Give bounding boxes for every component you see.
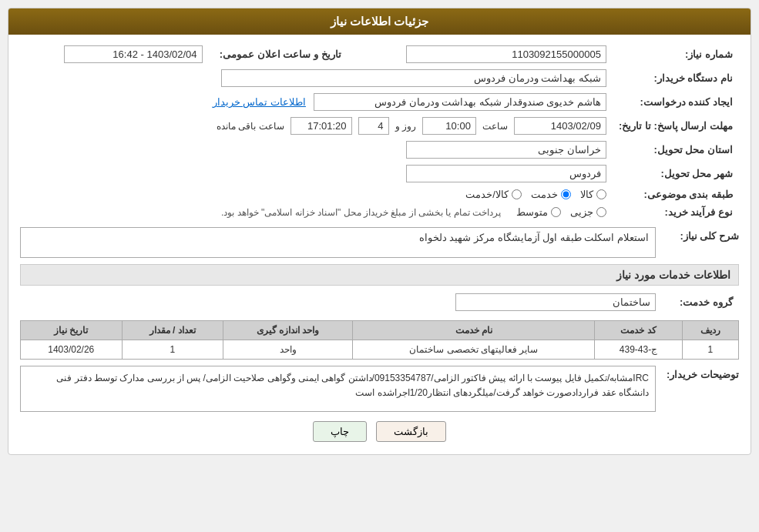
col-unit: واحد اندازه گیری [223,321,352,340]
mohlat-ersal-label: مهلت ارسال پاسخ: تا تاریخ: [613,114,739,138]
back-button[interactable]: بازگشت [376,421,446,442]
tarikh-saat-label: تاریخ و ساعت اعلان عمومی: [209,42,348,66]
rooz-box: 4 [358,117,389,135]
goroh-value: ساختمان [20,290,662,314]
nooe-farayand-label: نوع فرآیند خرید: [613,203,739,221]
col-date: تاریخ نیاز [21,321,123,340]
main-card: جزئیات اطلاعات نیاز شماره نیاز: 11030921… [8,8,751,455]
nooe-farayand-value: جزیی متوسط پرداخت تمام یا بخشی از مبلغ خ… [20,203,613,221]
nam-dastgah-value: شبکه بهداشت ودرمان فردوس [20,66,613,90]
cell-code: ج-43-439 [595,340,682,360]
mohlat-ersal-values: 1403/02/09 ساعت 10:00 روز و 4 17:01:20 س… [20,114,613,138]
nooe-farayand-radio-group: جزیی متوسط [516,206,606,218]
btn-row: بازگشت چاپ [20,421,739,442]
shahr-value: فردوس [20,162,613,186]
farayand-jozi-label[interactable]: جزیی [570,206,606,218]
tarikh-box: 1403/02/09 [514,117,606,135]
page-title: جزئیات اطلاعات نیاز [331,15,428,28]
table-row: 1ج-43-439سایر فعالیتهای تخصصی ساختمانواح… [21,340,739,360]
goroh-table: گروه خدمت: ساختمان [20,290,739,314]
print-button[interactable]: چاپ [313,421,367,442]
card-header: جزئیات اطلاعات نیاز [8,8,751,35]
toz-section: توضیحات خریدار: IRCمشابه/تکمیل فایل پیوس… [20,366,739,412]
col-code: کد خدمت [595,321,682,340]
sharh-label: شرح کلی نیاز: [662,227,739,242]
tabaqe-kala-khadamat-label[interactable]: کالا/خدمت [465,189,522,200]
nam-dastgah-box: شبکه بهداشت ودرمان فردوس [221,69,606,87]
page-container: جزئیات اطلاعات نیاز شماره نیاز: 11030921… [0,0,759,532]
toz-box: IRCمشابه/تکمیل فایل پیوست با ارائه پیش ف… [20,366,656,412]
toz-label: توضیحات خریدار: [662,366,739,380]
tarikh-saat-box: 1403/02/04 - 16:42 [64,45,203,63]
shahr-box: فردوس [406,165,606,182]
ostan-value: خراسان جنوبی [20,138,613,162]
tabaqe-kala-khadamat-radio[interactable] [512,189,522,199]
sharh-section: شرح کلی نیاز: استعلام اسکلت طبقه اول آزم… [20,227,739,258]
cell-date: 1403/02/26 [21,340,123,360]
ostan-box: خراسان جنوبی [406,141,606,159]
nam-dastgah-label: نام دستگاه خریدار: [613,66,739,90]
tabaqe-kala-radio[interactable] [596,189,606,199]
col-name: نام خدمت [353,321,595,340]
saat-mande-box: 17:01:20 [291,117,352,135]
shomara-niaz-box: 1103092155000005 [406,45,606,63]
services-table: ردیف کد خدمت نام خدمت واحد اندازه گیری ت… [20,320,739,360]
cell-radif: 1 [682,340,738,360]
ijad-konande-value: هاشم خدیوی صندوقدار شبکه بهداشت ودرمان ف… [20,90,613,114]
tabaqe-label: طبقه بندی موضوعی: [613,186,739,203]
tabaqe-khadamat-radio[interactable] [561,189,571,199]
cell-name: سایر فعالیتهای تخصصی ساختمان [353,340,595,360]
goroh-box: ساختمان [455,293,656,311]
sharh-box: استعلام اسکلت طبقه اول آزمایشگاه مرکز شه… [20,227,656,258]
tarikh-saat-value: 1403/02/04 - 16:42 [20,42,209,66]
col-radif: ردیف [682,321,738,340]
ostan-label: استان محل تحویل: [613,138,739,162]
nooe-farayand-note: پرداخت تمام یا بخشی از مبلغ خریداز محل "… [221,207,501,218]
goroh-label: گروه خدمت: [662,290,739,314]
farayand-motovaset-label[interactable]: متوسط [516,206,561,218]
tabaqe-value: کالا خدمت کالا/خدمت [20,186,613,203]
shomara-niaz-label: شماره نیاز: [613,42,739,66]
ijad-konande-label: ایجاد کننده درخواست: [613,90,739,114]
cell-unit: واحد [223,340,352,360]
tabaqe-khadamat-label[interactable]: خدمت [531,189,571,200]
col-count: تعداد / مقدار [122,321,223,340]
ettelaat-tamas-link[interactable]: اطلاعات تماس خریدار [213,96,306,108]
shahr-label: شهر محل تحویل: [613,162,739,186]
saat-label: ساعت [482,121,508,132]
saat-mande-label: ساعت باقی مانده [217,121,284,132]
khadamat-section-title: اطلاعات خدمات مورد نیاز [20,264,739,286]
cell-count: 1 [122,340,223,360]
shomara-niaz-value: 1103092155000005 [348,42,613,66]
rooz-label: روز و [395,121,416,132]
farayand-motovaset-radio[interactable] [551,207,561,217]
farayand-jozi-radio[interactable] [596,207,606,217]
tabaqe-radio-group: کالا خدمت کالا/خدمت [26,189,606,200]
saat-box: 10:00 [422,117,476,135]
info-table-top: شماره نیاز: 1103092155000005 تاریخ و ساع… [20,42,739,221]
ijad-konande-box: هاشم خدیوی صندوقدار شبکه بهداشت ودرمان ف… [314,93,606,111]
card-body: شماره نیاز: 1103092155000005 تاریخ و ساع… [8,35,751,454]
tabaqe-kala-label[interactable]: کالا [580,189,606,200]
